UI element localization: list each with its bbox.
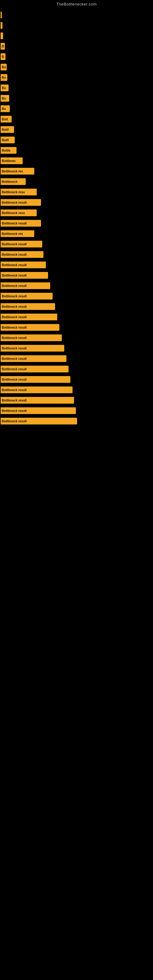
bar-row: Bottleneck result: [1, 250, 153, 259]
bar-item: Bottl: [1, 137, 15, 143]
bar-row: Bottleneck result: [1, 292, 153, 301]
bar-row: Bottleneck result: [1, 344, 153, 353]
bar-item: Bottleneck result: [1, 282, 50, 289]
bar-row: Bo: [1, 84, 153, 92]
bar-row: [1, 32, 153, 40]
bar-label: Bottleneck result: [2, 305, 27, 309]
bar-label: Bottleneck res: [2, 170, 23, 173]
bar-label: Bottleneck result: [2, 336, 27, 340]
bar-label: Bottleneck result: [2, 399, 27, 402]
bar-row: Bottleneck result: [1, 375, 153, 384]
bar-item: [1, 12, 2, 18]
bar-item: Bottleneck result: [1, 220, 41, 227]
bar-label: Bottleneck result: [2, 326, 27, 329]
bar-row: [1, 11, 153, 19]
bar-row: Bo: [1, 105, 153, 113]
bar-row: Bottleneck result: [1, 271, 153, 280]
bar-label: B: [2, 55, 4, 59]
bar-row: Bottleneck result: [1, 240, 153, 248]
bar-label: Bottleneck result: [2, 315, 27, 319]
bar-row: Bottleneck result: [1, 406, 153, 415]
bar-label: Bo: [2, 65, 6, 69]
bar-item: Bo: [1, 105, 10, 112]
bar-row: Bottleneck res: [1, 229, 153, 238]
bar-item: Bottleneck resu: [1, 189, 37, 196]
bar-label: Bottleneck result: [2, 409, 27, 412]
bar-row: B: [1, 52, 153, 61]
bar-row: Bottleneck result: [1, 323, 153, 332]
bar-item: Bottleneck result: [1, 324, 59, 331]
bar-item: Bo: [1, 74, 7, 81]
bar-label: Bo: [2, 86, 6, 90]
bar-label: Bottleneck result: [2, 294, 27, 298]
bar-label: Bottl: [2, 128, 9, 131]
bar-row: Bottleneck: [1, 177, 153, 186]
site-title: TheBottlenecker.com: [0, 0, 153, 8]
bar-item: Bottleneck result: [1, 313, 57, 320]
bar-label: Bottleneck: [2, 180, 18, 183]
bar-item: Bott: [1, 116, 12, 123]
bar-label: Bo: [2, 97, 6, 100]
bar-label: Bottleneck result: [2, 274, 27, 277]
bar-label: Bottlenec: [2, 159, 16, 162]
bar-row: B: [1, 42, 153, 51]
bar-row: Bottleneck result: [1, 219, 153, 228]
bar-item: Bottleneck result: [1, 241, 42, 247]
bar-row: Bottleneck result: [1, 354, 153, 363]
bar-item: Bottleneck: [1, 178, 26, 185]
bar-label: Bottleneck result: [2, 201, 27, 204]
bar-row: Bottle: [1, 146, 153, 155]
bar-label: Bottleneck result: [2, 347, 27, 350]
bar-item: Bottleneck result: [1, 366, 69, 372]
bar-row: Bo: [1, 63, 153, 72]
bar-label: Bottleneck resu: [2, 191, 25, 194]
bar-label: Bottleneck result: [2, 420, 27, 423]
bar-item: B: [1, 43, 5, 49]
bar-item: Bottleneck result: [1, 199, 41, 206]
bar-item: B: [1, 53, 5, 60]
bar-label: Bottleneck result: [2, 378, 27, 381]
bar-label: Bo: [2, 107, 6, 111]
bar-row: Bottleneck result: [1, 261, 153, 269]
bar-label: Bo: [2, 76, 6, 79]
bar-row: Bottleneck resu: [1, 208, 153, 217]
bar-row: Bottleneck result: [1, 417, 153, 425]
bar-row: Bottl: [1, 136, 153, 144]
bar-item: Bottleneck result: [1, 355, 66, 362]
bar-item: Bottle: [1, 147, 16, 154]
bar-item: Bo: [1, 64, 7, 70]
bar-row: Bottleneck res: [1, 167, 153, 175]
bar-row: [1, 21, 153, 30]
bar-label: Bottleneck result: [2, 284, 27, 288]
bar-row: Bottleneck result: [1, 282, 153, 290]
bar-row: Bottlenec: [1, 156, 153, 165]
bar-item: [1, 22, 2, 29]
bar-label: Bottleneck result: [2, 368, 27, 371]
bar-label: Bottleneck result: [2, 263, 27, 267]
bar-item: Bottleneck result: [1, 261, 46, 268]
bar-item: Bottleneck res: [1, 168, 34, 175]
bar-row: Bottleneck result: [1, 365, 153, 373]
bar-item: Bo: [1, 84, 9, 91]
bars-container: BBBoBoBoBoBoBottBottlBottlBottleBottlene…: [0, 8, 153, 430]
bar-item: Bottleneck resu: [1, 210, 37, 216]
bar-row: Bottl: [1, 125, 153, 134]
bar-row: Bo: [1, 73, 153, 82]
bar-label: Bottleneck result: [2, 243, 27, 246]
bar-row: Bo: [1, 94, 153, 103]
bar-item: Bottleneck res: [1, 230, 34, 237]
bar-item: Bottleneck result: [1, 251, 43, 258]
bar-label: B: [2, 45, 4, 48]
bar-row: Bottleneck result: [1, 198, 153, 207]
bar-item: Bottl: [1, 126, 14, 133]
bar-label: Bottle: [2, 149, 10, 152]
bar-row: Bott: [1, 115, 153, 123]
bar-row: Bottleneck result: [1, 302, 153, 311]
bar-item: Bottleneck result: [1, 376, 70, 383]
bar-row: Bottleneck result: [1, 334, 153, 342]
bar-label: Bottl: [2, 138, 9, 142]
bar-label: Bottleneck res: [2, 232, 23, 235]
bar-row: Bottleneck result: [1, 396, 153, 404]
bar-item: Bottleneck result: [1, 334, 62, 341]
bar-label: Bottleneck result: [2, 388, 27, 392]
